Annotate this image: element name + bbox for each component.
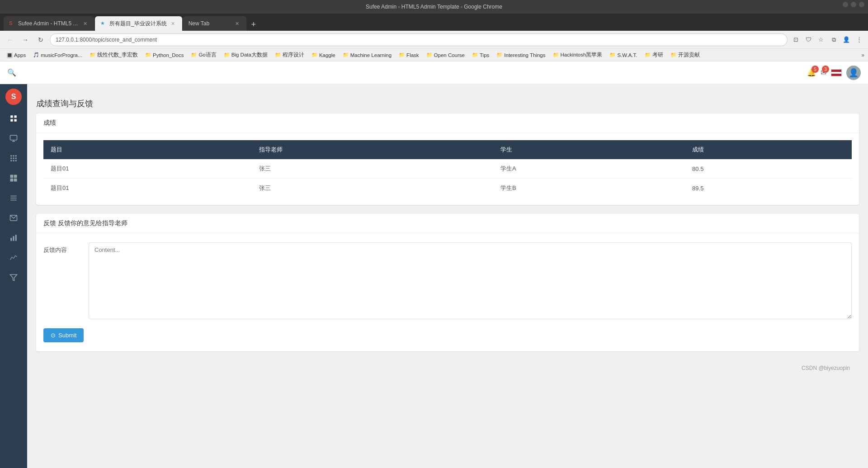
apps-bm-icon: 🔳 [6,52,13,58]
folder-icon-python: 📁 [145,52,151,58]
hackintosh-bm-label: Hackintosh黑苹果 [561,52,603,58]
search-icon[interactable]: 🔍 [7,68,16,77]
bookmark-opensource[interactable]: 📁 开源贡献 [668,51,703,59]
address-input[interactable]: 127.0.0.1:8000/topic/score_and_comment [50,33,788,46]
submit-button[interactable]: ⊙ Submit [43,328,84,342]
footer-text: CSDN @biyezuopin [802,365,850,371]
sidebar: S [0,84,27,468]
sidebar-icon-apps[interactable] [5,169,23,187]
svg-rect-3 [14,119,17,122]
tab-title-newtab: New Tab [189,20,231,27]
feedback-form: 反馈内容 [36,233,859,328]
folder-icon-tips: 📁 [472,52,478,58]
bookmark-opencourse[interactable]: 📁 Open Course [424,51,467,59]
svg-rect-26 [15,235,17,241]
svg-rect-13 [10,160,12,161]
scores-card: 成绩 题目 指导老师 学生 成绩 [36,113,859,205]
col-score: 成绩 [685,140,852,159]
sidebar-icon-area-chart[interactable] [5,249,23,267]
profile-icon[interactable]: 👤 [841,34,852,45]
sidebar-icon-list[interactable] [5,189,23,207]
sidebar-icon-grid[interactable] [5,149,23,167]
feedback-card-header: 反馈 反馈你的意见给指导老师 [36,214,859,233]
interesting-bm-label: Interesting Things [504,52,545,58]
bookmark-tips[interactable]: 📁 Tips [469,51,492,59]
reload-button[interactable]: ↻ [34,33,47,46]
bookmark-ml[interactable]: 📁 Machine Learning [340,51,394,59]
folder-icon-bigdata: 📁 [224,52,230,58]
col-student: 学生 [493,140,685,159]
cast-icon[interactable]: ⊡ [790,34,801,45]
maximize-btn[interactable] [851,2,856,7]
svg-marker-27 [10,274,17,281]
language-flag[interactable] [831,69,842,76]
kaoyuan-bm-label: 考研 [652,52,663,58]
opencourse-bm-label: Open Course [434,52,465,58]
row1-teacher: 张三 [252,159,493,179]
mail-button[interactable]: ✉ 3 [821,68,826,77]
folder-icon-flask: 📁 [399,52,405,58]
new-tab-button[interactable]: + [247,18,260,31]
sidebar-user-avatar[interactable]: S [5,89,22,105]
user-avatar[interactable]: 👤 [846,66,861,80]
folder-icon-go: 📁 [191,52,197,58]
sidebar-icon-mail[interactable] [5,209,23,227]
swat-bm-label: S.W.A.T. [617,52,637,58]
tab-topic[interactable]: ★ 所有题目_毕业设计系统 ✕ [95,16,182,31]
row1-score: 80.5 [685,159,852,179]
minimize-btn[interactable] [843,2,848,7]
bookmark-swat[interactable]: 📁 S.W.A.T. [607,51,640,59]
notification-bell[interactable]: 🔔 5 [807,68,816,77]
sidebar-icon-filter[interactable] [5,269,23,287]
bookmark-prog[interactable]: 📁 程序设计 [272,51,307,59]
sidebar-icon-dashboard[interactable] [5,109,23,128]
row2-student: 学生B [493,179,685,198]
sidebar-icon-bar-chart[interactable] [5,229,23,247]
bookmark-go[interactable]: 📁 Go语言 [188,51,219,59]
sidebar-icon-monitor[interactable] [5,129,23,147]
bookmark-apps[interactable]: 🔳 Apps [4,51,28,59]
tab-sufee[interactable]: S Sufee Admin - HTML5 Admin... ✕ [4,16,94,31]
bookmark-linear[interactable]: 📁 线性代数_李宏数 [87,51,141,59]
music-bm-icon: 🎵 [33,52,39,58]
tab-favicon: S [9,20,15,27]
col-teacher: 指导老师 [252,140,493,159]
bookmark-music[interactable]: 🎵 musicForProgra... [30,51,85,59]
submit-label: Submit [58,332,76,339]
python-bm-label: Python_Docs [153,52,184,58]
tab-close-topic[interactable]: ✕ [170,20,177,27]
feedback-textarea[interactable] [89,242,852,319]
bookmark-bigdata[interactable]: 📁 Big Data大数据 [221,51,270,59]
folder-icon-prog: 📁 [275,52,281,58]
svg-rect-1 [14,115,17,118]
bookmark-python[interactable]: 📁 Python_Docs [142,51,186,59]
bookmark-kaggle[interactable]: 📁 Kaggle [309,51,338,59]
tab-close-sufee[interactable]: ✕ [81,20,89,27]
kaggle-bm-label: Kaggle [319,52,335,58]
svg-rect-19 [14,179,17,182]
forward-button[interactable]: → [19,33,32,46]
svg-rect-25 [13,236,14,241]
svg-rect-11 [13,158,14,159]
tab-close-newtab[interactable]: ✕ [234,20,241,27]
bookmark-flask[interactable]: 📁 Flask [396,51,421,59]
header-right: 🔔 5 ✉ 3 👤 [807,66,861,80]
bookmark-hackintosh[interactable]: 📁 Hackintosh黑苹果 [550,51,605,59]
back-button[interactable]: ← [4,33,16,46]
extension-icon[interactable]: ⧉ [828,34,839,45]
bell-badge: 5 [811,66,819,73]
go-bm-label: Go语言 [198,52,216,58]
svg-rect-9 [15,155,17,156]
bookmark-interesting[interactable]: 📁 Interesting Things [494,51,548,59]
menu-icon[interactable]: ⋮ [854,34,864,45]
submit-area: ⊙ Submit [36,328,859,351]
tab-newtab[interactable]: New Tab ✕ [183,16,246,31]
folder-icon-kaggle: 📁 [311,52,318,58]
close-btn[interactable] [859,2,864,7]
star-bookmark-icon[interactable]: ☆ [816,34,826,45]
bookmark-kaoyuan[interactable]: 📁 考研 [642,51,666,59]
table-header-row: 题目 指导老师 学生 成绩 [43,140,852,159]
shield-icon[interactable]: 🛡 [803,34,814,45]
more-bookmarks[interactable]: » [861,52,864,58]
tab-title-topic: 所有题目_毕业设计系统 [109,20,167,28]
